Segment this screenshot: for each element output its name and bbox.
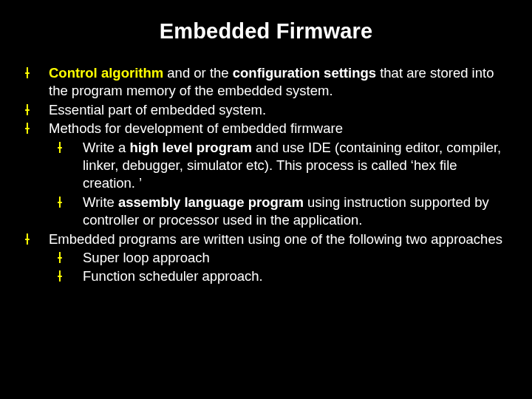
bullet-icon: Ɨ [58,267,62,286]
bullet-icon: Ɨ [58,139,62,157]
list-item: ƗWrite assembly language program using i… [58,194,510,230]
sub-list: ƗSuper loop approachƗFunction scheduler … [58,249,510,286]
slide-title: Embedded Firmware [22,19,510,44]
list-item-text: Write a high level program and use IDE (… [83,140,501,191]
list-item: ƗEmbedded programs are written using one… [25,231,510,248]
bullet-icon: Ɨ [25,120,30,138]
list-item: ƗMethods for development of embedded fir… [25,120,510,137]
list-item: ƗEssential part of embedded system. [25,101,510,119]
bullet-icon: Ɨ [58,249,62,267]
list-item: ƗWrite a high level program and use IDE … [58,139,510,193]
bullet-icon: Ɨ [25,101,30,120]
sub-list: ƗWrite a high level program and use IDE … [58,139,510,230]
list-item-text: Super loop approach [83,250,210,265]
bullet-list: ƗControl algorithm and or the configurat… [22,64,510,286]
bullet-icon: Ɨ [58,194,62,212]
list-item: ƗFunction scheduler approach. [58,267,510,285]
bullet-icon: Ɨ [25,231,30,249]
list-item: ƗSuper loop approach [58,249,510,267]
list-item: ƗControl algorithm and or the configurat… [25,64,510,100]
list-item-text: Methods for development of embedded firm… [49,120,343,136]
list-item-text: Control algorithm and or the configurati… [49,65,494,98]
list-item-text: Embedded programs are written using one … [49,231,502,247]
list-item-text: Essential part of embedded system. [49,102,266,117]
slide: Embedded Firmware ƗControl algorithm and… [0,0,532,399]
bullet-icon: Ɨ [25,64,30,83]
list-item-text: Write assembly language program using in… [83,194,489,228]
list-item-text: Function scheduler approach. [83,268,263,284]
